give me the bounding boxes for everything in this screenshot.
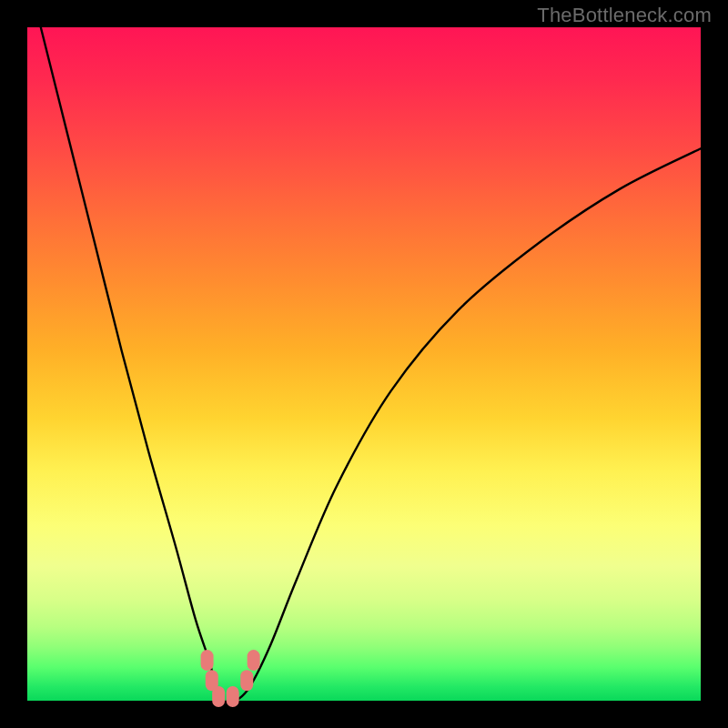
- marker-group: [201, 650, 260, 707]
- plot-area: [27, 27, 701, 701]
- curve-marker: [201, 650, 214, 671]
- chart-frame: TheBottleneck.com: [0, 0, 728, 728]
- curve-marker: [227, 686, 239, 707]
- watermark-text: TheBottleneck.com: [537, 4, 712, 27]
- curve-marker: [212, 686, 225, 707]
- bottleneck-curve-line: [41, 27, 701, 702]
- curve-marker: [248, 650, 260, 671]
- curve-svg: [27, 27, 701, 701]
- curve-marker: [240, 670, 253, 691]
